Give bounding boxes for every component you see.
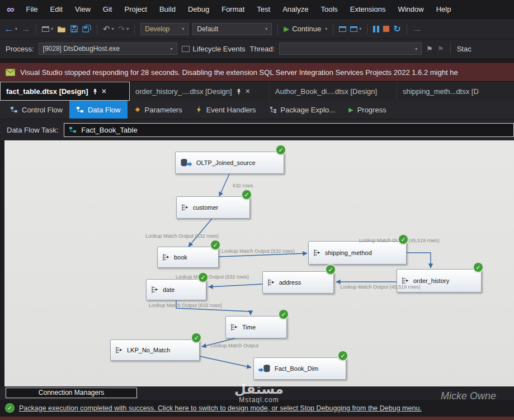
tab-label: Control Flow xyxy=(22,106,63,114)
redo-button[interactable]: ↷▾ xyxy=(118,24,129,34)
menu-item-extensions[interactable]: Extensions xyxy=(344,0,392,18)
status-strip xyxy=(0,417,514,420)
window-icon xyxy=(42,26,49,32)
toolbar-separator xyxy=(450,43,451,54)
menu-bar: ∞ File Edit View Git Project Build Debug… xyxy=(0,0,514,19)
diagnostics-button[interactable] xyxy=(339,26,346,32)
chevron-down-icon: ▾ xyxy=(261,26,267,31)
lifecycle-events-button[interactable]: Lifecycle Events xyxy=(182,45,246,53)
platform-value: Default xyxy=(197,25,261,33)
lifecycle-events-label: Lifecycle Events xyxy=(193,45,246,53)
list-window-icon xyxy=(350,26,357,32)
success-check-icon: ✓ xyxy=(211,240,220,249)
menu-item-file[interactable]: File xyxy=(20,0,44,18)
path-label: Lookup Match Output (632 rows) xyxy=(149,303,222,308)
menu-item-tools[interactable]: Tools xyxy=(314,0,343,18)
chevron-down-icon: ▾ xyxy=(359,26,361,31)
menu-item-format[interactable]: Format xyxy=(215,0,251,18)
chevron-down-icon: ▾ xyxy=(15,26,17,31)
visual-studio-window: ∞ File Edit View Git Project Build Debug… xyxy=(0,0,514,420)
success-check-icon: ✓ xyxy=(338,351,347,360)
stop-debugging-button[interactable] xyxy=(383,26,389,32)
tab-package-explorer[interactable]: Package Explo... xyxy=(263,101,342,119)
navigate-forward-button[interactable]: → xyxy=(21,24,30,34)
pin-icon[interactable] xyxy=(236,88,242,95)
parameters-icon xyxy=(134,106,141,113)
data-flow-icon xyxy=(76,106,84,113)
connection-managers-bar: Connection Managers xyxy=(0,386,514,399)
process-dropdown[interactable]: [9028] DtsDebugHost.exe▾ xyxy=(39,43,177,55)
undo-button[interactable]: ↶▾ xyxy=(103,24,114,34)
unflag-threads-button[interactable]: ⚑ xyxy=(437,45,444,53)
break-all-button[interactable] xyxy=(373,26,379,32)
menu-item-window[interactable]: Window xyxy=(392,0,430,18)
chevron-down-icon: ▾ xyxy=(177,26,184,31)
path-row-count-label: 632 rows xyxy=(233,183,253,188)
save-all-button[interactable] xyxy=(82,25,91,33)
data-flow-design-surface[interactable]: 632 rows Lookup Match Output (632 rows) … xyxy=(4,140,514,386)
chevron-down-icon: ▾ xyxy=(112,26,114,31)
menu-item-analyze[interactable]: Analyze xyxy=(276,0,314,18)
flag-threads-button[interactable]: ⚑ xyxy=(426,45,433,53)
tab-order-history[interactable]: order_history_....dtsx [Design] × xyxy=(130,82,270,101)
solution-platform-dropdown[interactable]: Default▾ xyxy=(192,23,272,35)
menu-item-edit[interactable]: Edit xyxy=(44,0,69,18)
event-handlers-icon xyxy=(196,106,202,113)
breakpoints-window-button[interactable]: ▾ xyxy=(350,26,361,32)
toolbar-gap xyxy=(0,58,514,63)
task-icon xyxy=(69,126,77,133)
open-file-button[interactable] xyxy=(57,25,66,33)
connection-managers-button[interactable]: Connection Managers xyxy=(6,388,137,398)
chevron-down-icon: ▾ xyxy=(325,26,327,31)
new-window-button[interactable]: ▾ xyxy=(42,26,53,32)
success-check-icon: ✓ xyxy=(192,333,201,342)
success-check-icon: ✓ xyxy=(242,190,251,199)
close-icon[interactable]: × xyxy=(102,87,106,95)
solution-configuration-dropdown[interactable]: Develop▾ xyxy=(140,23,188,35)
diagnostics-window-icon xyxy=(339,26,346,32)
data-flow-task-label: Data Flow Task: xyxy=(7,126,58,134)
connection-managers-label: Connection Managers xyxy=(39,389,104,397)
tab-author-book[interactable]: Author_Book_di....dtsx [Design] xyxy=(270,82,397,101)
pin-icon[interactable] xyxy=(92,88,98,95)
tab-shipping-method[interactable]: shipping_meth...dtsx [D xyxy=(397,82,484,101)
tab-progress[interactable]: ▶ Progress xyxy=(342,101,393,119)
menu-item-build[interactable]: Build xyxy=(153,0,182,18)
success-check-icon: ✓ xyxy=(474,263,483,272)
success-check-icon: ✓ xyxy=(6,404,14,412)
menu-item-project[interactable]: Project xyxy=(118,0,153,18)
process-label: Process: xyxy=(6,45,34,53)
show-next-statement-button[interactable]: → xyxy=(413,24,422,34)
tab-control-flow[interactable]: Control Flow xyxy=(3,101,69,119)
next-statement-icon: → xyxy=(413,24,422,34)
save-button[interactable] xyxy=(70,25,78,33)
data-flow-task-value: Fact_Book_Table xyxy=(81,126,137,134)
restart-button[interactable]: ↻ xyxy=(393,23,400,34)
menu-item-view[interactable]: View xyxy=(69,0,97,18)
tab-fact-table[interactable]: fact_table.dtsx [Design] × xyxy=(0,82,130,101)
tab-event-handlers[interactable]: Event Handlers xyxy=(189,101,263,119)
menu-item-test[interactable]: Test xyxy=(251,0,276,18)
menu-item-help[interactable]: Help xyxy=(430,0,458,18)
close-icon[interactable]: × xyxy=(246,87,250,95)
path-label: Lookup Match Output (632 rows) xyxy=(145,233,219,239)
data-flow-task-dropdown[interactable]: Fact_Book_Table xyxy=(64,123,514,137)
flag-outline-icon: ⚑ xyxy=(437,45,444,53)
control-flow-icon xyxy=(10,106,18,113)
tab-data-flow[interactable]: Data Flow xyxy=(69,101,128,119)
menu-item-git[interactable]: Git xyxy=(97,0,119,18)
success-check-icon: ✓ xyxy=(199,273,208,282)
tab-label: Progress xyxy=(357,106,386,114)
tab-parameters[interactable]: Parameters xyxy=(128,101,189,119)
toolbar-separator xyxy=(367,23,367,35)
play-icon: ▶ xyxy=(284,25,289,33)
toolbar-separator xyxy=(407,23,407,35)
open-folder-icon xyxy=(57,25,66,33)
status-message-link[interactable]: Package execution completed with success… xyxy=(19,404,422,412)
navigate-back-button[interactable]: ←▾ xyxy=(4,24,17,34)
menu-item-debug[interactable]: Debug xyxy=(182,0,215,18)
infobar[interactable]: Visual Studio stopped responding for 28 … xyxy=(0,63,514,82)
tab-label: shipping_meth...dtsx [D xyxy=(403,87,479,96)
continue-button[interactable]: ▶ Continue ▾ xyxy=(284,25,327,33)
thread-dropdown[interactable]: ▾ xyxy=(279,43,422,55)
